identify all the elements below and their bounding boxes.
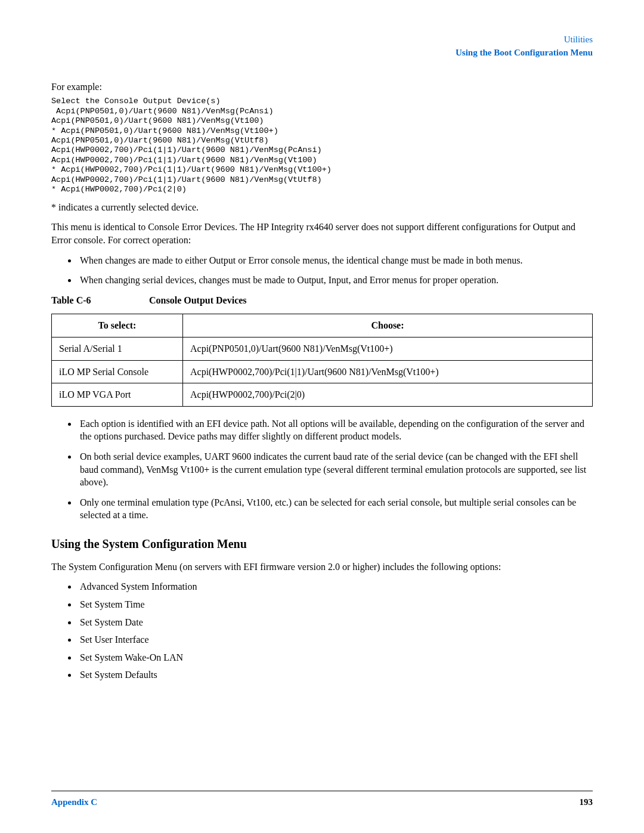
- list-item: Advanced System Information: [78, 580, 593, 593]
- list-item: When changing serial devices, changes mu…: [78, 274, 593, 287]
- table-row: Serial A/Serial 1 Acpi(PNP0501,0)/Uart(9…: [52, 337, 593, 360]
- system-config-heading: Using the System Configuration Menu: [51, 536, 593, 552]
- footer-appendix: Appendix C: [51, 796, 97, 808]
- table-cell: Acpi(HWP0002,700)/Pci(2|0): [183, 383, 593, 407]
- list-item: Set System Time: [78, 598, 593, 611]
- table-title: Console Output Devices: [149, 295, 247, 305]
- list-item: Each option is identified with an EFI de…: [78, 417, 593, 443]
- table-cell: iLO MP VGA Port: [52, 383, 183, 407]
- table-cell: iLO MP Serial Console: [52, 360, 183, 383]
- table-number: Table C-6: [51, 294, 147, 307]
- list-item: Only one terminal emulation type (PcAnsi…: [78, 496, 593, 522]
- selected-device-note: * indicates a currently selected device.: [51, 201, 593, 214]
- table-header-cell: To select:: [52, 314, 183, 337]
- list-item: Set User Interface: [78, 633, 593, 646]
- list-item: Set System Date: [78, 616, 593, 629]
- table-header-cell: Choose:: [183, 314, 593, 337]
- system-config-intro: The System Configuration Menu (on server…: [51, 561, 593, 574]
- footer-page-number: 193: [580, 796, 593, 808]
- table-cell: Acpi(HWP0002,700)/Pci(1|1)/Uart(9600 N81…: [183, 360, 593, 383]
- table-row: iLO MP VGA Port Acpi(HWP0002,700)/Pci(2|…: [52, 383, 593, 407]
- intro-lead: For example:: [51, 80, 593, 94]
- table-caption: Table C-6 Console Output Devices: [51, 294, 593, 307]
- list-item: On both serial device examples, UART 960…: [78, 450, 593, 489]
- header-category: Utilities: [51, 33, 593, 45]
- page-footer: Appendix C 193: [51, 791, 593, 808]
- table-row: iLO MP Serial Console Acpi(HWP0002,700)/…: [52, 360, 593, 383]
- console-output-devices-table: To select: Choose: Serial A/Serial 1 Acp…: [51, 314, 593, 406]
- table-header-row: To select: Choose:: [52, 314, 593, 337]
- system-config-options-list: Advanced System Information Set System T…: [51, 580, 593, 682]
- table-cell: Acpi(PNP0501,0)/Uart(9600 N81)/VenMsg(Vt…: [183, 337, 593, 360]
- list-item: Set System Wake-On LAN: [78, 651, 593, 664]
- header-title: Using the Boot Configuration Menu: [51, 47, 593, 58]
- list-item: When changes are made to either Output o…: [78, 254, 593, 267]
- identical-menu-note: This menu is identical to Console Error …: [51, 221, 593, 246]
- list-item: Set System Defaults: [78, 668, 593, 682]
- console-output-example-code: Select the Console Output Device(s) Acpi…: [51, 97, 593, 195]
- table-notes-list: Each option is identified with an EFI de…: [51, 417, 593, 522]
- operation-requirements-list: When changes are made to either Output o…: [51, 254, 593, 287]
- page-header: Utilities Using the Boot Configuration M…: [51, 33, 593, 59]
- table-cell: Serial A/Serial 1: [52, 337, 183, 360]
